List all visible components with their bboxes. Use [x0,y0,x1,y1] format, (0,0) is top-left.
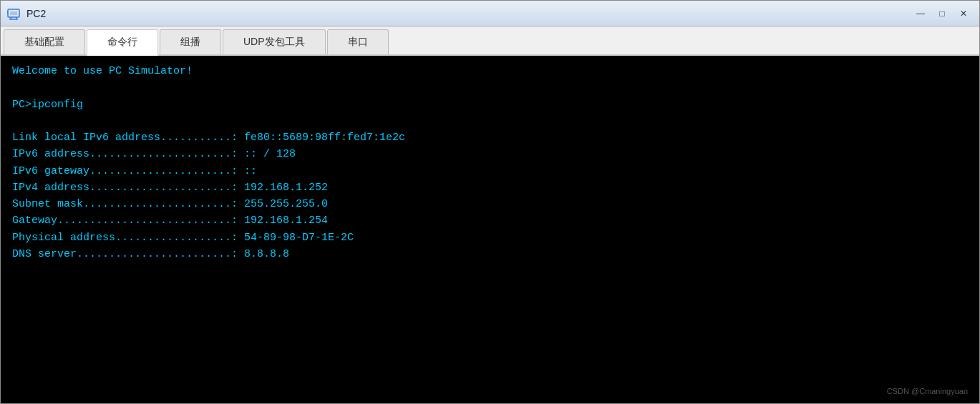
tab-udp[interactable]: UDP发包工具 [223,29,326,54]
minimize-button[interactable]: — [911,5,931,22]
app-icon [6,6,21,21]
tab-basic[interactable]: 基础配置 [4,29,85,54]
tab-serial[interactable]: 串口 [327,29,389,54]
close-button[interactable]: ✕ [954,5,974,22]
tab-cmd[interactable]: 命令行 [87,29,158,56]
window-controls: — □ ✕ [911,5,974,22]
tab-bar: 基础配置 命令行 组播 UDP发包工具 串口 [1,26,979,56]
terminal-output: Welcome to use PC Simulator! PC>ipconfig… [12,63,968,262]
terminal-area[interactable]: Welcome to use PC Simulator! PC>ipconfig… [1,56,979,403]
svg-rect-4 [10,11,17,15]
watermark: CSDN @Cmaningyuan [887,385,968,398]
main-window: PC2 — □ ✕ 基础配置 命令行 组播 UDP发包工具 串口 Welcome… [0,0,980,404]
maximize-button[interactable]: □ [932,5,952,22]
title-bar: PC2 — □ ✕ [1,1,979,26]
tab-multicast[interactable]: 组播 [160,29,221,54]
window-title: PC2 [26,8,911,19]
